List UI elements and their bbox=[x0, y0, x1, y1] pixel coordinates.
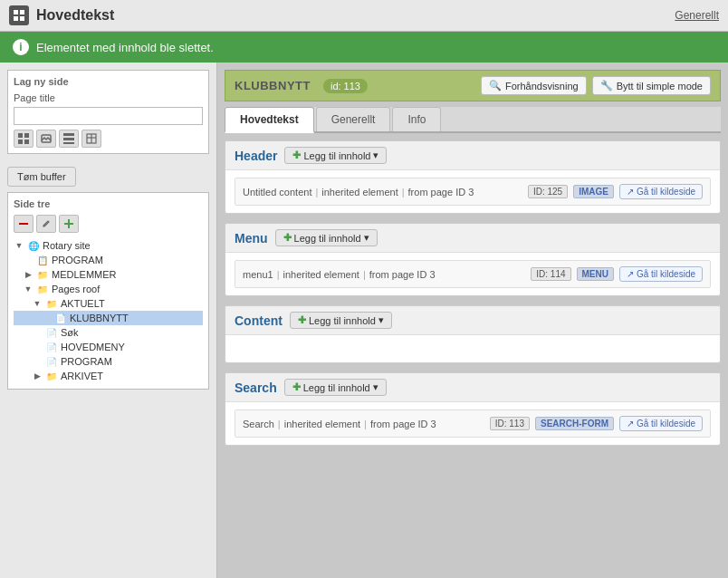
dropdown-arrow: ▾ bbox=[364, 232, 369, 244]
add-btn-label: Legg til innhold bbox=[303, 382, 370, 393]
tool-icon-layout[interactable] bbox=[59, 130, 79, 148]
content-text: Untitled content bbox=[243, 187, 311, 197]
sidebar: Lag ny side Page title bbox=[0, 63, 217, 578]
add-btn-label: Legg til innhold bbox=[303, 150, 370, 161]
switch-label: Bytt til simple mode bbox=[617, 81, 703, 92]
inherited-note: inherited element bbox=[321, 187, 398, 197]
plus-icon: ✚ bbox=[283, 232, 292, 244]
content-row-left: Search | inherited element | from page I… bbox=[243, 419, 436, 429]
tree-label: KLUBBNYTT bbox=[70, 313, 129, 323]
inherited-note: inherited element bbox=[283, 269, 359, 280]
side-tree-title: Side tre bbox=[14, 198, 203, 209]
search-content-block: Search ✚ Legg til innhold ▾ Search | inh… bbox=[225, 372, 721, 446]
header-add-content-btn[interactable]: ✚ Legg til innhold ▾ bbox=[284, 147, 387, 164]
tree-toggle bbox=[32, 327, 43, 338]
goto-icon: ↗ bbox=[627, 419, 634, 429]
tree-item-klubbnytt[interactable]: 📄 KLUBBNYTT bbox=[14, 311, 203, 325]
preview-button[interactable]: 🔍 Forhåndsvisning bbox=[481, 76, 587, 95]
tab-info[interactable]: Info bbox=[392, 107, 441, 131]
tree-add-btn[interactable] bbox=[59, 215, 79, 233]
tab-hovedtekst[interactable]: Hovedtekst bbox=[225, 107, 314, 133]
tree-item-arkivet[interactable]: ▶ 📁 ARKIVET bbox=[14, 369, 203, 383]
content-add-content-btn[interactable]: ✚ Legg til innhold ▾ bbox=[290, 312, 392, 329]
tree-item-program1[interactable]: 📋 PROGRAM bbox=[14, 253, 203, 267]
svg-rect-2 bbox=[14, 16, 18, 21]
search-add-content-btn[interactable]: ✚ Legg til innhold ▾ bbox=[284, 379, 387, 396]
tree-label: ARKIVET bbox=[61, 371, 103, 381]
content-row-right: ID: 113 SEARCH-FORM ↗ Gå til kildeside bbox=[490, 416, 703, 431]
tom-buffer-button[interactable]: Tøm buffer bbox=[7, 167, 76, 187]
tree-label: Pages roof bbox=[52, 284, 100, 294]
page-name: KLUBBNYTT bbox=[235, 79, 311, 92]
goto-source-btn[interactable]: ↗ Gå til kildeside bbox=[619, 184, 703, 199]
tree-item-program2[interactable]: 📄 PROGRAM bbox=[14, 354, 203, 369]
plus-icon: ✚ bbox=[292, 149, 301, 161]
content-row-left: menu1 | inherited element | from page ID… bbox=[243, 269, 436, 280]
tree-toggle bbox=[41, 313, 52, 323]
goto-source-btn[interactable]: ↗ Gå til kildeside bbox=[619, 266, 703, 282]
svg-rect-0 bbox=[14, 10, 18, 14]
svg-rect-11 bbox=[63, 142, 74, 144]
tree-label: PROGRAM bbox=[52, 255, 103, 265]
tree-delete-btn[interactable] bbox=[14, 215, 34, 233]
search-block-body: Search | inherited element | from page I… bbox=[225, 402, 720, 445]
tree-toggle: ▼ bbox=[32, 298, 43, 309]
tree-item-rotary[interactable]: ▼ 🌐 Rotary site bbox=[14, 238, 203, 253]
content-row-search: Search | inherited element | from page I… bbox=[235, 409, 711, 438]
top-bar-left: Hovedtekst bbox=[9, 5, 114, 25]
tab-generellt[interactable]: Generellt bbox=[316, 107, 391, 131]
tree-item-medlemmer[interactable]: ▶ 📁 MEDLEMMER bbox=[14, 267, 203, 282]
from-note: from page ID 3 bbox=[369, 269, 436, 280]
header-content-block: Header ✚ Legg til innhold ▾ Untitled con… bbox=[225, 140, 721, 214]
tree-item-pages-root[interactable]: ▼ 📁 Pages roof bbox=[14, 282, 203, 296]
tree-toggle: ▶ bbox=[23, 269, 34, 280]
notification-icon: i bbox=[13, 39, 29, 55]
switch-mode-button[interactable]: 🔧 Bytt til simple mode bbox=[592, 76, 711, 95]
tree-label: AKTUELT bbox=[61, 298, 105, 309]
menu-block-body: menu1 | inherited element | from page ID… bbox=[225, 253, 720, 295]
tree-label: HOVEDMENY bbox=[61, 342, 125, 352]
page-title-input[interactable] bbox=[14, 107, 203, 125]
page-title-label: Page title bbox=[14, 92, 203, 103]
sep2: | bbox=[364, 419, 367, 429]
tree-item-aktuelt[interactable]: ▼ 📁 AKTUELT bbox=[14, 296, 203, 311]
add-btn-label: Legg til innhold bbox=[309, 315, 376, 326]
tree-toggle: ▼ bbox=[14, 240, 24, 251]
tree-icon-page: 📄 bbox=[45, 326, 58, 339]
dropdown-arrow: ▾ bbox=[378, 314, 384, 326]
sidebar-toolbar-icons bbox=[14, 130, 203, 148]
menu-block-header: Menu ✚ Legg til innhold ▾ bbox=[225, 224, 720, 253]
tree-toolbar bbox=[14, 215, 203, 233]
content-block-title: Content bbox=[235, 313, 283, 328]
dropdown-arrow: ▾ bbox=[373, 381, 378, 393]
plus-icon: ✚ bbox=[292, 381, 301, 393]
goto-label: Gå til kildeside bbox=[637, 419, 695, 429]
menu-add-content-btn[interactable]: ✚ Legg til innhold ▾ bbox=[275, 229, 378, 246]
tree-toggle: ▶ bbox=[32, 371, 43, 381]
switch-icon: 🔧 bbox=[600, 80, 613, 92]
content-row-right: ID: 125 IMAGE ↗ Gå til kildeside bbox=[528, 184, 703, 199]
notification-message: Elementet med innhold ble slettet. bbox=[36, 41, 214, 54]
tree-icon-page: 📄 bbox=[45, 341, 58, 353]
content-row-left: Untitled content | inherited element | f… bbox=[243, 187, 474, 197]
from-note: from page ID 3 bbox=[408, 187, 474, 197]
tree-item-sok[interactable]: 📄 Søk bbox=[14, 325, 203, 340]
content-row-header: Untitled content | inherited element | f… bbox=[235, 178, 711, 206]
tabs-bar: Hovedtekst Generellt Info bbox=[225, 107, 721, 133]
svg-rect-17 bbox=[64, 223, 73, 225]
tool-icon-table[interactable] bbox=[81, 130, 101, 148]
id-badge: ID: 125 bbox=[528, 185, 568, 198]
tool-icon-image[interactable] bbox=[36, 130, 56, 148]
generellt-link[interactable]: Generellt bbox=[675, 9, 719, 22]
tree-item-hovedmeny[interactable]: 📄 HOVEDMENY bbox=[14, 340, 203, 354]
sep1: | bbox=[277, 269, 280, 280]
tree-icon-folder: 📁 bbox=[36, 268, 49, 281]
tree-edit-btn[interactable] bbox=[36, 215, 56, 233]
svg-rect-7 bbox=[24, 140, 29, 144]
goto-label: Gå til kildeside bbox=[637, 187, 695, 197]
sep1: | bbox=[278, 419, 281, 429]
goto-source-btn[interactable]: ↗ Gå til kildeside bbox=[619, 416, 703, 431]
tool-icon-grid[interactable] bbox=[14, 130, 34, 148]
svg-rect-9 bbox=[63, 133, 74, 136]
search-block-header: Search ✚ Legg til innhold ▾ bbox=[225, 373, 720, 402]
